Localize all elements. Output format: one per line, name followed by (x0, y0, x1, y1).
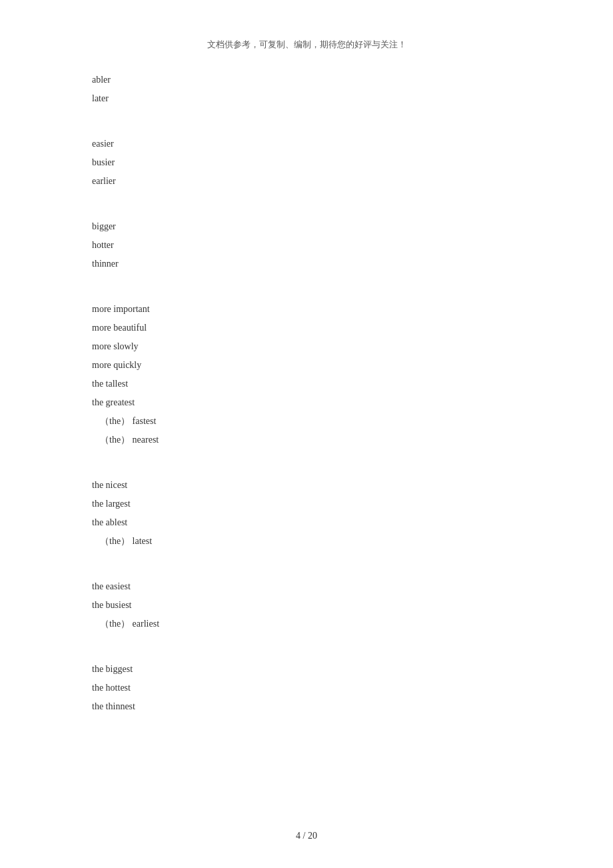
word-group-2: easier busier earlier (92, 135, 613, 191)
word-line: the greatest (92, 393, 613, 412)
word-line: later (92, 89, 613, 108)
word-line: the ablest (92, 513, 613, 532)
word-line: the tallest (92, 375, 613, 393)
word-group-7: the biggest the hottest the thinnest (92, 660, 613, 716)
word-line: the busiest (92, 596, 613, 615)
word-line: the easiest (92, 577, 613, 596)
word-line: the largest (92, 495, 613, 513)
word-line: easier (92, 135, 613, 153)
word-line: （the） latest (92, 532, 613, 551)
page-header: 文档供参考，可复制、编制，期待您的好评与关注！ (0, 0, 613, 57)
word-line: （the） earliest (92, 615, 613, 633)
word-line: bigger (92, 217, 613, 236)
word-line: the hottest (92, 679, 613, 697)
word-group-6: the easiest the busiest （the） earliest (92, 577, 613, 633)
word-line: more beautiful (92, 319, 613, 337)
word-line: hotter (92, 236, 613, 255)
word-line: the thinnest (92, 697, 613, 716)
word-group-1: abler later (92, 71, 613, 108)
word-line: abler (92, 71, 613, 89)
word-line: the nicest (92, 476, 613, 495)
word-line: the biggest (92, 660, 613, 679)
word-line: （the） nearest (92, 431, 613, 449)
word-group-3: bigger hotter thinner (92, 217, 613, 273)
page-footer: 4 / 20 (0, 831, 613, 841)
content-area: abler later easier busier earlier bigger… (0, 57, 613, 716)
word-line: earlier (92, 172, 613, 191)
word-line: more quickly (92, 356, 613, 375)
word-group-5: the nicest the largest the ablest （the） … (92, 476, 613, 551)
word-line: more important (92, 300, 613, 319)
header-text: 文档供参考，可复制、编制，期待您的好评与关注！ (207, 39, 406, 49)
word-line: busier (92, 153, 613, 172)
word-line: more slowly (92, 337, 613, 356)
word-group-4: more important more beautiful more slowl… (92, 300, 613, 449)
page-number: 4 / 20 (296, 831, 317, 841)
word-line: （the） fastest (92, 412, 613, 431)
word-line: thinner (92, 255, 613, 273)
